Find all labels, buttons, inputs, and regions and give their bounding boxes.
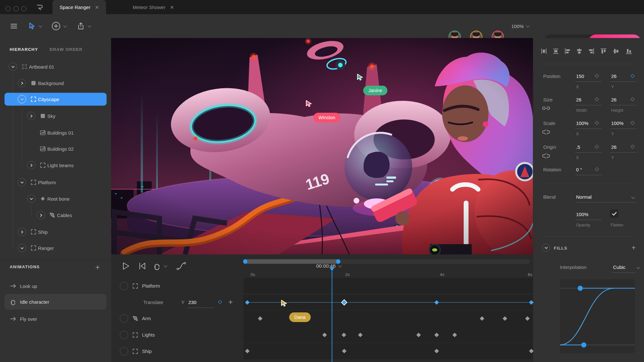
expand-toggle[interactable] [37,211,45,219]
animation-item-idle-character[interactable]: Idle character [0,294,111,310]
tab-draw-order[interactable]: DRAW ORDER [50,47,82,52]
tab-close-icon[interactable]: ✕ [95,5,99,10]
keyframe-toggle-icon[interactable] [630,121,635,125]
align-right-icon[interactable] [588,48,595,55]
size-height-input[interactable]: 26 [611,97,617,102]
window-minimize-button[interactable] [14,6,19,11]
tree-item-ranger[interactable]: Ranger [0,242,111,254]
distribute-vertical-icon[interactable] [552,48,559,55]
link-icon[interactable] [542,106,551,111]
keyframe-toggle-icon-active[interactable] [218,300,222,304]
curve-handle[interactable] [578,286,583,291]
tree-item-sky[interactable]: Sky [0,110,111,122]
origin-x-input[interactable]: .5 [576,144,580,150]
scale-y-input[interactable]: 100% [611,120,623,126]
keyframe-toggle-icon[interactable] [595,145,599,149]
translate-value-input[interactable]: 230 [188,300,196,305]
expand-toggle[interactable] [18,178,26,186]
time-display[interactable]: 00:00:46 [316,263,341,269]
align-top-icon[interactable] [600,48,607,55]
size-width-input[interactable]: 26 [576,97,582,102]
align-left-icon[interactable] [564,48,571,55]
flatten-checkbox[interactable] [610,209,619,218]
expand-toggle[interactable] [120,314,128,323]
tree-item-buildings-01[interactable]: Buildings 01 [0,126,111,139]
broken-link-icon[interactable] [542,153,551,159]
broken-link-icon[interactable] [542,129,551,135]
timeline-row-ship[interactable]: Ship [142,348,152,354]
animation-item-look-up[interactable]: Look up [0,278,111,294]
tree-item-artboard[interactable]: Artboard 01 [0,60,111,73]
align-bottom-icon[interactable] [625,48,632,55]
playhead-line[interactable] [332,271,332,362]
timeline-row-translate[interactable]: Translate [143,300,163,305]
expand-toggle[interactable] [18,244,26,252]
chevron-down-icon[interactable] [63,24,67,27]
curve-handle[interactable] [581,342,586,348]
tab-hierarchy[interactable]: HIERARCHY [10,47,38,52]
expand-toggle[interactable] [27,195,35,203]
scale-x-input[interactable]: 100% [576,120,588,126]
tree-item-cityscape[interactable]: Cityscape [0,93,111,106]
create-tool-button[interactable] [52,14,66,38]
timeline-scroll-track[interactable] [243,259,530,264]
fills-expand-toggle[interactable] [542,243,550,252]
window-zoom-button[interactable] [21,6,26,11]
expand-toggle[interactable] [120,331,128,339]
expand-toggle[interactable] [18,95,26,103]
chevron-down-icon[interactable] [88,24,91,27]
keyframe-toggle-icon[interactable] [595,167,599,171]
keyframe-toggle-icon[interactable] [630,145,635,149]
position-x-input[interactable]: 150 [576,73,584,79]
expand-toggle[interactable] [18,79,26,87]
keyframe-toggle-icon[interactable] [630,97,635,101]
interpolation-select[interactable]: Cubic [613,264,625,270]
stage-canvas[interactable]: 119 [111,38,533,254]
tree-item-cables[interactable]: Cables [0,209,111,222]
tree-item-background[interactable]: Background [0,77,111,90]
keyframe-toggle-icon[interactable] [595,97,599,101]
expand-toggle[interactable] [9,62,17,71]
distribute-horizontal-icon[interactable] [540,48,547,55]
tab-close-icon[interactable]: ✕ [170,5,174,10]
export-button[interactable] [77,14,91,38]
chevron-down-icon[interactable] [631,195,635,199]
expand-toggle[interactable] [18,228,26,236]
keyframe-toggle-icon[interactable] [595,121,599,125]
play-button[interactable] [122,262,130,271]
tree-item-platform[interactable]: Platform [0,176,111,189]
tab-meteor-shower[interactable]: Meteor Shower ✕ [126,0,181,14]
add-animation-button[interactable]: + [95,263,100,272]
origin-y-input[interactable]: 26 [611,144,617,150]
timeline-row-platform[interactable]: Platform [142,283,160,289]
expand-toggle[interactable] [120,282,128,290]
interpolation-tool-button[interactable] [176,262,186,271]
keyframe-toggle-icon[interactable] [595,74,599,78]
blend-mode-select[interactable]: Normal [576,194,592,200]
window-close-button[interactable] [5,6,11,11]
playhead-handle[interactable] [329,267,335,271]
position-y-input[interactable]: 26 [611,73,617,79]
tree-item-ship[interactable]: Ship [0,225,111,238]
tree-item-buildings-02[interactable]: Buildings 02 [0,142,111,155]
add-keyframe-button[interactable]: + [228,298,233,307]
chevron-down-icon[interactable] [39,24,42,27]
keyframe-toggle-icon-active[interactable] [630,74,635,78]
tree-item-root-bone[interactable]: Root bone [0,192,111,205]
expand-toggle[interactable] [27,112,35,120]
tree-item-light-beams[interactable]: Light beams [0,159,111,172]
timeline-row-lights[interactable]: Lights [142,332,155,338]
select-tool-button[interactable] [28,14,42,38]
main-menu-button[interactable] [10,14,18,38]
loop-mode-button[interactable] [153,262,167,270]
tab-space-ranger[interactable]: Space Ranger ✕ [52,0,106,14]
expand-toggle[interactable] [120,347,128,356]
rotation-input[interactable]: 0 ° [576,167,582,172]
chevron-down-icon[interactable] [636,265,640,269]
animation-item-fly-over[interactable]: Fly over [0,311,111,327]
add-fill-button[interactable]: + [631,243,636,252]
zoom-level-dropdown[interactable]: 100% [511,14,529,38]
align-vertical-center-icon[interactable] [612,48,620,55]
interpolation-curve-editor[interactable] [560,279,635,353]
timeline-scrollbar[interactable] [243,259,340,264]
